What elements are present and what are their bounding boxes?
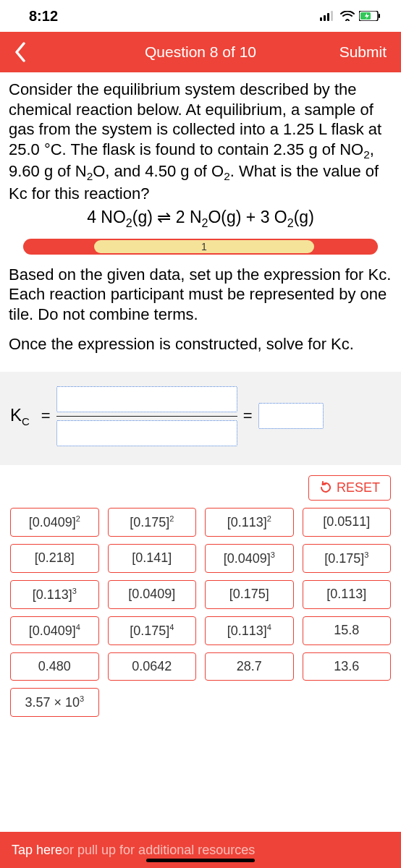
nav-title: Question 8 of 10 — [145, 43, 256, 61]
reset-label: RESET — [337, 480, 380, 495]
answer-tile[interactable]: [0.175]4 — [108, 616, 197, 645]
equation: 4 NO2(g) ⇌ 2 N2O(g) + 3 O2(g) — [9, 208, 392, 230]
reset-icon — [319, 481, 332, 494]
answer-tile[interactable]: 3.57 × 103 — [10, 688, 99, 717]
footer-bar[interactable]: Tap here or pull up for additional resou… — [0, 832, 401, 868]
chevron-left-icon — [14, 42, 27, 62]
answer-tile[interactable]: [0.0409] — [108, 580, 197, 609]
battery-icon — [359, 8, 381, 25]
answer-tile[interactable]: 0.0642 — [108, 652, 197, 681]
back-button[interactable] — [0, 32, 41, 72]
answer-tile[interactable]: 0.480 — [10, 652, 99, 681]
answer-tile[interactable]: [0.0409]3 — [205, 544, 294, 573]
footer-rest: or pull up for additional resources — [62, 843, 255, 858]
expression-area: KC = = — [0, 372, 401, 465]
answer-tile[interactable]: [0.0409]4 — [10, 616, 99, 645]
svg-rect-5 — [379, 14, 380, 18]
fraction — [56, 386, 237, 446]
sub-prompt-1: Based on the given data, set up the expr… — [9, 265, 392, 325]
answer-tile[interactable]: [0.0511] — [303, 508, 392, 537]
kc-label: KC — [10, 405, 30, 427]
answer-tile[interactable]: [0.175]2 — [108, 508, 197, 537]
submit-button[interactable]: Submit — [339, 43, 401, 61]
status-time: 8:12 — [29, 8, 58, 25]
question-prompt: Consider the equilibrium system describe… — [9, 80, 392, 203]
result-slot[interactable] — [258, 403, 324, 429]
tile-grid: [0.0409]2[0.175]2[0.113]2[0.0511][0.218]… — [10, 508, 391, 717]
answer-tile[interactable]: [0.0409]2 — [10, 508, 99, 537]
numerator-slot[interactable] — [56, 386, 237, 412]
answer-tile[interactable]: 28.7 — [205, 652, 294, 681]
svg-rect-0 — [320, 17, 322, 21]
status-right — [320, 8, 381, 25]
tiles-section: RESET [0.0409]2[0.175]2[0.113]2[0.0511][… — [0, 465, 401, 717]
answer-tile[interactable]: [0.113]3 — [10, 580, 99, 609]
answer-tile[interactable]: [0.141] — [108, 544, 197, 573]
fraction-bar — [56, 416, 237, 417]
wifi-icon — [340, 8, 355, 25]
denominator-slot[interactable] — [56, 420, 237, 446]
progress-bar: 1 — [23, 239, 378, 255]
status-bar: 8:12 — [0, 0, 401, 32]
progress-step: 1 — [94, 240, 314, 253]
home-indicator[interactable] — [146, 859, 255, 862]
answer-tile[interactable]: [0.218] — [10, 544, 99, 573]
svg-rect-3 — [331, 11, 333, 21]
answer-tile[interactable]: [0.113]2 — [205, 508, 294, 537]
sub-prompt-2: Once the expression is constructed, solv… — [9, 334, 392, 354]
answer-tile[interactable]: 13.6 — [303, 652, 392, 681]
answer-tile[interactable]: [0.175] — [205, 580, 294, 609]
answer-tile[interactable]: 15.8 — [303, 616, 392, 645]
footer-tap: Tap here — [12, 843, 62, 858]
answer-tile[interactable]: [0.113] — [303, 580, 392, 609]
answer-tile[interactable]: [0.113]4 — [205, 616, 294, 645]
signal-icon — [320, 8, 336, 25]
question-content: Consider the equilibrium system describe… — [0, 72, 401, 372]
svg-rect-2 — [327, 13, 329, 21]
equals-sign: = — [41, 407, 51, 425]
equals-sign-2: = — [243, 407, 253, 425]
svg-rect-1 — [324, 15, 326, 21]
answer-tile[interactable]: [0.175]3 — [303, 544, 392, 573]
nav-bar: Question 8 of 10 Submit — [0, 32, 401, 72]
reset-button[interactable]: RESET — [308, 475, 391, 501]
